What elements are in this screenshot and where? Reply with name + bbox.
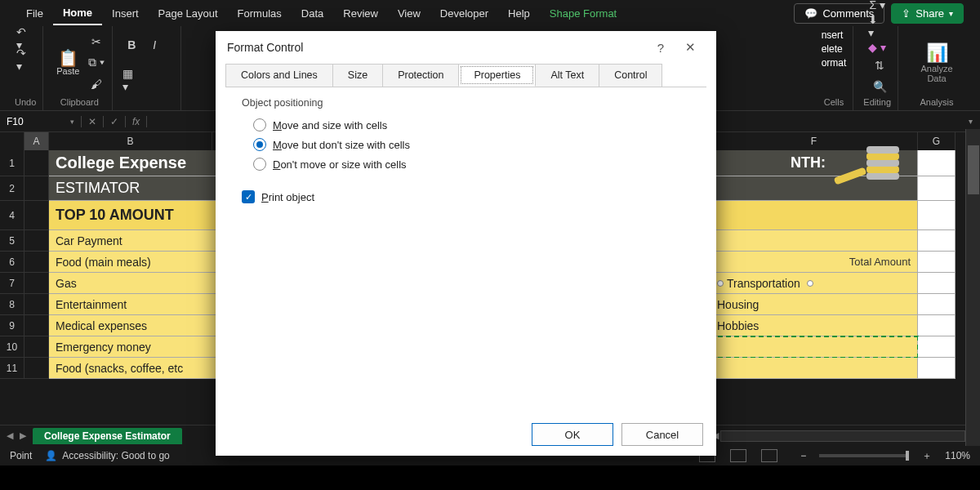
accessibility-label: Accessibility: Good to go bbox=[62, 450, 169, 461]
format-button[interactable]: ormat bbox=[822, 57, 847, 69]
row-8[interactable]: 8 bbox=[0, 294, 24, 315]
tab-protection[interactable]: Protection bbox=[382, 64, 459, 87]
find-icon[interactable]: 🔍 bbox=[871, 78, 889, 96]
accessibility-icon: 👤 bbox=[45, 450, 57, 461]
radio-move-size[interactable]: Move and size with cells bbox=[242, 115, 690, 135]
radio-move-no-size[interactable]: Move but don't size with cells bbox=[242, 135, 690, 154]
tab-alt-text[interactable]: Alt Text bbox=[535, 64, 599, 87]
row-10[interactable]: 10 bbox=[0, 336, 24, 358]
checkbox-transportation[interactable]: Transportation bbox=[717, 277, 813, 290]
analyze-data-button[interactable]: 📊 Analyze Data bbox=[908, 38, 965, 87]
select-all-corner[interactable] bbox=[0, 132, 24, 150]
sheet-nav-next[interactable]: ▶ bbox=[20, 430, 26, 441]
radio-label-3: Don't move or size with cells bbox=[273, 158, 407, 171]
radio-dont-move[interactable]: Don't move or size with cells bbox=[242, 154, 690, 174]
nth-label: NTH: bbox=[791, 154, 826, 172]
dialog-close-button[interactable]: ✕ bbox=[675, 40, 705, 55]
paste-button[interactable]: 📋 Paste bbox=[53, 47, 82, 79]
share-icon: ⇪ bbox=[902, 7, 911, 20]
ok-button[interactable]: OK bbox=[532, 423, 613, 446]
checkbox-print-object[interactable]: ✓ Print object bbox=[242, 187, 690, 207]
tab-control[interactable]: Control bbox=[599, 64, 662, 87]
zoom-out-icon[interactable]: − bbox=[800, 450, 806, 461]
clear-icon[interactable]: ◆ ▾ bbox=[868, 38, 886, 56]
row-4[interactable]: 4 bbox=[0, 201, 24, 230]
object-positioning-label: Object positioning bbox=[242, 97, 690, 109]
selection-handle[interactable] bbox=[717, 280, 724, 287]
checkbox-hobbies[interactable]: Hobbies bbox=[717, 319, 759, 332]
tab-properties[interactable]: Properties bbox=[458, 64, 536, 87]
selected-cell-f10[interactable] bbox=[710, 336, 918, 358]
sheet-nav-prev[interactable]: ◀ bbox=[7, 430, 13, 441]
undo-icon[interactable]: ↶ ▾ bbox=[16, 29, 34, 47]
row-5[interactable]: 5 bbox=[0, 230, 24, 252]
menu-shape-format[interactable]: Shape Format bbox=[540, 2, 626, 24]
menu-help[interactable]: Help bbox=[498, 2, 540, 24]
accessibility-status[interactable]: 👤 Accessibility: Good to go bbox=[45, 450, 169, 461]
legend-housing: Housing bbox=[717, 298, 759, 311]
copy-icon[interactable]: ⧉ ▾ bbox=[87, 54, 105, 72]
cancel-button[interactable]: Cancel bbox=[621, 423, 703, 446]
col-B[interactable]: B bbox=[49, 132, 212, 150]
row-2[interactable]: 2 bbox=[0, 176, 24, 201]
checkbox-icon-checked: ✓ bbox=[242, 190, 255, 203]
delete-button[interactable]: elete bbox=[822, 43, 843, 55]
menu-view[interactable]: View bbox=[388, 2, 430, 24]
row-9[interactable]: 9 bbox=[0, 315, 24, 336]
row-1[interactable]: 1 bbox=[0, 150, 24, 176]
checkbox-housing[interactable]: Housing bbox=[717, 298, 759, 311]
row-7[interactable]: 7 bbox=[0, 273, 24, 294]
autosum-icon[interactable]: Σ ▾ bbox=[868, 0, 886, 14]
italic-icon[interactable]: I bbox=[145, 36, 163, 54]
bold-icon[interactable]: B bbox=[122, 36, 140, 54]
sort-filter-icon[interactable]: ⇅ bbox=[871, 56, 889, 74]
col-G[interactable]: G bbox=[918, 132, 956, 150]
analyze-label2: Data bbox=[927, 74, 946, 83]
redo-icon[interactable]: ↷ ▾ bbox=[16, 51, 34, 69]
cancel-formula-icon[interactable]: ✕ bbox=[82, 116, 104, 127]
fill-icon[interactable]: ⬇ ▾ bbox=[868, 17, 886, 35]
fx-icon[interactable]: fx bbox=[126, 116, 147, 127]
format-painter-icon[interactable]: 🖌 bbox=[87, 75, 105, 93]
menu-formulas[interactable]: Formulas bbox=[228, 2, 292, 24]
selection-handle[interactable] bbox=[807, 280, 813, 287]
vertical-scrollbar[interactable] bbox=[965, 129, 980, 446]
dialog-help-button[interactable]: ? bbox=[646, 41, 675, 55]
menu-home[interactable]: Home bbox=[53, 2, 102, 25]
view-page-layout-icon[interactable] bbox=[730, 449, 746, 462]
row-6[interactable]: 6 bbox=[0, 252, 24, 273]
menu-file[interactable]: File bbox=[16, 2, 53, 24]
zoom-slider[interactable] bbox=[819, 454, 909, 457]
border-icon[interactable]: ▦ ▾ bbox=[122, 71, 140, 89]
share-button[interactable]: ⇪ Share ▾ bbox=[891, 3, 964, 24]
name-box[interactable]: F10 ▾ bbox=[0, 116, 82, 127]
editing-group-label: Editing bbox=[863, 96, 891, 107]
cut-icon[interactable]: ✂ bbox=[87, 33, 105, 51]
zoom-level[interactable]: 110% bbox=[945, 450, 970, 461]
nth-cell[interactable]: NTH: bbox=[710, 150, 918, 176]
dialog-body: Object positioning Move and size with ce… bbox=[225, 87, 706, 413]
accept-formula-icon[interactable]: ✓ bbox=[104, 116, 126, 127]
dialog-titlebar[interactable]: Format Control ? ✕ bbox=[216, 31, 716, 64]
view-page-break-icon[interactable] bbox=[761, 449, 777, 462]
menu-page-layout[interactable]: Page Layout bbox=[149, 2, 228, 24]
menu-insert[interactable]: Insert bbox=[102, 2, 149, 24]
horizontal-scrollbar[interactable] bbox=[720, 430, 965, 442]
menu-data[interactable]: Data bbox=[292, 2, 333, 24]
comments-label: Comments bbox=[822, 7, 874, 20]
sheet-tab-active[interactable]: College Expense Estimator bbox=[33, 428, 182, 444]
row-11[interactable]: 11 bbox=[0, 358, 24, 379]
cells-group-label: Cells bbox=[824, 96, 844, 107]
insert-button[interactable]: nsert bbox=[822, 29, 844, 41]
tab-size[interactable]: Size bbox=[332, 64, 383, 87]
formula-collapse-icon[interactable]: ▾ bbox=[960, 117, 980, 126]
comment-icon: 💬 bbox=[804, 7, 817, 20]
status-mode: Point bbox=[10, 450, 32, 461]
ribbon-font-group: B I ▦ ▾ bbox=[116, 26, 181, 110]
menu-developer[interactable]: Developer bbox=[430, 2, 498, 24]
col-A[interactable]: A bbox=[24, 132, 49, 150]
menu-review[interactable]: Review bbox=[333, 2, 388, 24]
tab-colors-lines[interactable]: Colors and Lines bbox=[225, 64, 333, 87]
zoom-in-icon[interactable]: ＋ bbox=[922, 449, 932, 463]
checkbox-label-print: Print object bbox=[261, 191, 314, 203]
